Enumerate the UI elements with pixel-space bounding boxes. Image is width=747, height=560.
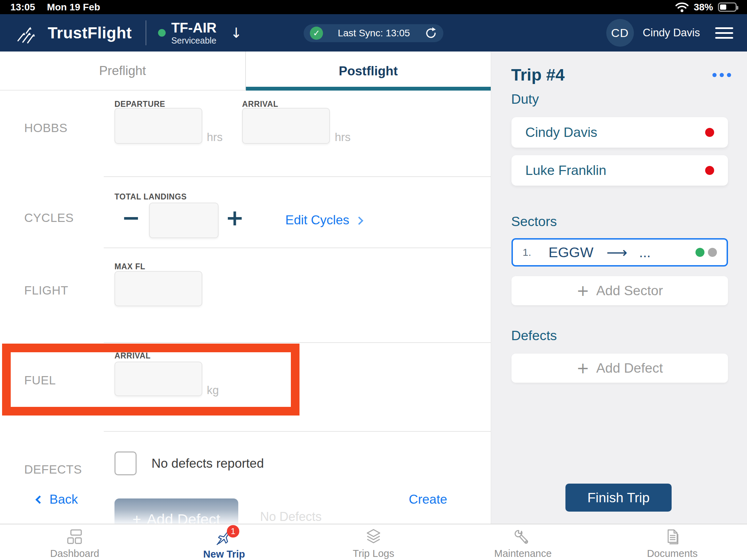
no-defects-empty-text: No Defects <box>260 510 322 524</box>
no-defects-checkbox-label: No defects reported <box>151 456 264 471</box>
header-divider <box>146 20 146 45</box>
avatar-initials: CD <box>611 26 629 40</box>
nav-label: Maintenance <box>494 548 552 559</box>
battery-icon <box>718 2 737 12</box>
nav-label: New Trip <box>203 549 245 560</box>
nav-documents[interactable]: Documents <box>598 524 747 560</box>
create-label: Create <box>409 492 447 507</box>
flight-section-label: FLIGHT <box>24 283 68 297</box>
add-sector-label: Add Sector <box>596 283 663 298</box>
flight-phase-tabs: Preflight Postflight <box>0 52 491 91</box>
logo-arrows-icon <box>16 21 43 45</box>
status-bar: 13:05 Mon 19 Feb 38% <box>0 0 747 14</box>
app-root: 13:05 Mon 19 Feb 38% <box>0 0 747 560</box>
sector-item[interactable]: 1. EGGW ⟶ ... <box>511 238 728 267</box>
dashboard-icon <box>66 529 83 545</box>
duty-member-name: Cindy Davis <box>525 125 597 140</box>
max-fl-label: MAX FL <box>114 262 145 271</box>
finish-trip-button[interactable]: Finish Trip <box>565 484 672 512</box>
tab-preflight[interactable]: Preflight <box>0 52 246 91</box>
nav-maintenance[interactable]: Maintenance <box>448 524 598 560</box>
fuel-unit: kg <box>207 384 219 397</box>
chevron-down-icon[interactable]: ↓ <box>230 25 242 41</box>
add-defect-label-panel: Add Defect <box>596 361 663 376</box>
nav-label: Documents <box>647 548 698 559</box>
aircraft-status: Serviceable <box>171 36 216 46</box>
status-time: 13:05 <box>10 2 35 13</box>
nav-new-trip[interactable]: 1 New Trip <box>149 524 299 560</box>
wifi-icon <box>675 2 689 12</box>
plus-icon: + <box>132 511 141 524</box>
bottom-navigation: Dashboard 1 New Trip Trip Logs <box>0 524 747 560</box>
hobbs-departure-label: DEPARTURE <box>114 100 165 109</box>
hobbs-arrival-input[interactable] <box>242 108 330 144</box>
fuel-arrival-input[interactable] <box>114 362 202 396</box>
hobbs-departure-input[interactable] <box>114 108 202 144</box>
last-sync-text: Last Sync: 13:05 <box>323 28 425 39</box>
create-button[interactable]: Create <box>409 492 447 507</box>
no-defects-checkbox[interactable] <box>114 451 137 475</box>
trip-logs-icon <box>365 529 382 545</box>
duty-status-dot-red <box>705 166 714 175</box>
refresh-icon[interactable] <box>425 27 437 39</box>
duty-status-dot-red <box>705 128 714 137</box>
nav-dashboard[interactable]: Dashboard <box>0 524 149 560</box>
nav-label: Trip Logs <box>353 548 394 559</box>
sector-arrival-code: ... <box>639 245 651 260</box>
user-name: Cindy Davis <box>643 27 700 39</box>
defects-heading: Defects <box>511 328 557 343</box>
landings-increment-button[interactable]: + <box>225 207 244 229</box>
trustflight-logo: TrustFlight <box>16 21 132 45</box>
sector-status-dot-green <box>695 248 704 257</box>
trip-options-icon[interactable] <box>712 73 731 77</box>
add-defect-button-panel[interactable]: + Add Defect <box>511 354 728 383</box>
add-defect-label-main: Add Defect <box>147 511 220 524</box>
avatar[interactable]: CD <box>606 19 634 47</box>
divider <box>104 248 491 248</box>
hobbs-section-label: HOBBS <box>24 121 67 135</box>
duty-member-card[interactable]: Cindy Davis <box>511 117 728 148</box>
aircraft-selector[interactable]: TF-AIR Serviceable ↓ <box>158 20 242 46</box>
divider <box>104 176 491 177</box>
sector-departure-code: EGGW <box>548 244 593 261</box>
max-fl-input[interactable] <box>114 271 202 306</box>
trip-title: Trip #4 <box>511 65 565 84</box>
chevron-right-icon <box>355 216 363 225</box>
back-label: Back <box>49 492 78 507</box>
hobbs-arrival-label: ARRIVAL <box>242 100 278 109</box>
tab-postflight[interactable]: Postflight <box>246 52 491 91</box>
divider <box>104 342 491 343</box>
plus-icon: + <box>577 361 589 376</box>
battery-percent: 38% <box>694 2 713 13</box>
nav-trip-logs[interactable]: Trip Logs <box>299 524 448 560</box>
total-landings-input[interactable] <box>149 203 219 238</box>
menu-icon[interactable] <box>715 27 733 39</box>
hobbs-arrival-unit: hrs <box>335 131 351 144</box>
aircraft-status-dot <box>158 29 166 37</box>
trip-panel: Trip #4 Duty Cindy Davis Luke Franklin S… <box>491 52 747 524</box>
landings-decrement-button[interactable]: − <box>122 207 140 229</box>
documents-icon <box>664 529 681 545</box>
defects-section-label: DEFECTS <box>24 463 82 476</box>
total-landings-label: TOTAL LANDINGS <box>114 192 187 202</box>
sector-index: 1. <box>523 246 531 258</box>
new-trip-badge: 1 <box>227 525 239 538</box>
edit-cycles-link[interactable]: Edit Cycles <box>285 213 362 227</box>
fuel-arrival-label: ARRIVAL <box>114 351 151 361</box>
sectors-heading: Sectors <box>511 214 557 229</box>
add-sector-button[interactable]: + Add Sector <box>511 276 728 305</box>
duty-member-card[interactable]: Luke Franklin <box>511 155 728 186</box>
sector-status-dot-gray <box>708 248 717 257</box>
sync-check-icon: ✓ <box>310 27 323 40</box>
app-name: TrustFlight <box>48 24 132 42</box>
sync-status-pill[interactable]: ✓ Last Sync: 13:05 <box>304 24 443 42</box>
arrow-right-icon: ⟶ <box>607 244 627 261</box>
nav-label: Dashboard <box>50 548 99 559</box>
fuel-section-label: FUEL <box>24 373 56 387</box>
duty-heading: Duty <box>511 92 539 107</box>
back-button[interactable]: Back <box>37 492 78 507</box>
add-defect-button-main[interactable]: + Add Defect <box>114 498 238 524</box>
chevron-left-icon <box>35 495 44 504</box>
cycles-section-label: CYCLES <box>24 211 74 225</box>
status-date: Mon 19 Feb <box>47 2 100 13</box>
